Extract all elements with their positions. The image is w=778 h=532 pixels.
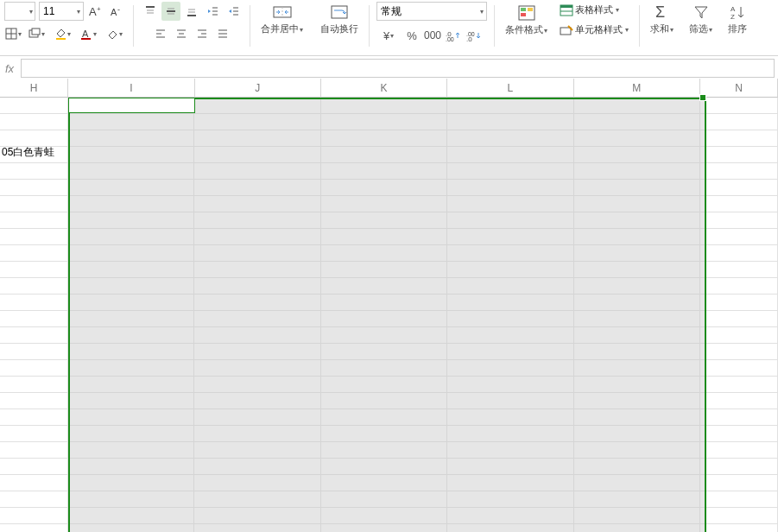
- grid-cell[interactable]: [321, 147, 448, 162]
- grid-cell[interactable]: [447, 98, 574, 113]
- grid-cell[interactable]: [68, 393, 195, 408]
- grid-cell[interactable]: [700, 475, 778, 491]
- grid-cell[interactable]: [321, 491, 448, 507]
- grid-row[interactable]: [0, 262, 778, 278]
- grid-cell[interactable]: [321, 442, 448, 458]
- grid-cell[interactable]: [194, 229, 321, 244]
- increase-decimal-button[interactable]: .0.00: [444, 26, 463, 45]
- grid-cell[interactable]: [194, 311, 321, 326]
- grid-cell[interactable]: [0, 442, 68, 458]
- grid-cell[interactable]: [447, 180, 574, 195]
- grid-row[interactable]: [0, 114, 778, 130]
- grid-cell[interactable]: [574, 377, 701, 392]
- percent-button[interactable]: %: [402, 26, 421, 45]
- grid-cell[interactable]: [447, 114, 574, 130]
- grid-cell[interactable]: [700, 508, 778, 523]
- merge-center-button[interactable]: 合并居中▾: [257, 2, 307, 37]
- font-size-input[interactable]: [40, 5, 74, 17]
- sum-button[interactable]: Σ 求和▾: [647, 2, 677, 37]
- grid-cell[interactable]: [447, 475, 574, 491]
- grid-row[interactable]: [0, 377, 778, 393]
- grid-row[interactable]: [0, 180, 778, 196]
- grid-cell[interactable]: [700, 491, 778, 507]
- grid-cell[interactable]: [447, 147, 574, 162]
- grid-cell[interactable]: [700, 147, 778, 162]
- grid-cell[interactable]: [574, 147, 701, 162]
- align-left-button[interactable]: [151, 24, 170, 43]
- grid-cell[interactable]: [574, 229, 701, 244]
- grid-cell[interactable]: [68, 442, 195, 458]
- grid-row[interactable]: [0, 508, 778, 524]
- grid-cell[interactable]: [447, 327, 574, 343]
- grid-cell[interactable]: [321, 459, 448, 474]
- grid-cell[interactable]: [68, 475, 195, 491]
- grid-cell[interactable]: [194, 245, 321, 261]
- grid-cell[interactable]: [700, 229, 778, 244]
- grid-cell[interactable]: [321, 278, 448, 294]
- col-header-j[interactable]: J: [195, 79, 321, 98]
- grid-cell[interactable]: [447, 196, 574, 212]
- grid-cell[interactable]: [574, 491, 701, 507]
- grid-cell[interactable]: [0, 196, 68, 212]
- grid-cell[interactable]: [321, 130, 448, 146]
- grid-row[interactable]: [0, 442, 778, 459]
- grid-cell[interactable]: [0, 278, 68, 294]
- grid-cell[interactable]: [574, 344, 701, 359]
- grid-cell[interactable]: [700, 294, 778, 310]
- sort-button[interactable]: AZ 排序: [724, 2, 750, 37]
- decrease-decimal-button[interactable]: .00.0: [465, 26, 484, 45]
- grid-row[interactable]: [0, 475, 778, 491]
- grid-cell[interactable]: [574, 508, 701, 523]
- grid-row[interactable]: [0, 409, 778, 426]
- grid-cell[interactable]: [68, 130, 195, 146]
- selection-handle[interactable]: [699, 94, 706, 101]
- align-middle-button[interactable]: [161, 2, 180, 21]
- spreadsheet-grid[interactable]: H I J K L M N 05白色青蛙: [0, 79, 778, 532]
- grid-cell[interactable]: [321, 212, 448, 228]
- grid-cell[interactable]: [700, 360, 778, 376]
- col-header-l[interactable]: L: [447, 79, 573, 98]
- grid-cell[interactable]: [574, 459, 701, 474]
- grid-cell[interactable]: [700, 344, 778, 359]
- grid-cell[interactable]: [447, 130, 574, 146]
- grid-cell[interactable]: [700, 327, 778, 343]
- grid-cell[interactable]: [194, 262, 321, 277]
- grid-cell[interactable]: [700, 278, 778, 294]
- cell-text[interactable]: 05白色青蛙: [0, 144, 54, 160]
- decrease-font-button[interactable]: A-: [106, 2, 125, 21]
- grid-cell[interactable]: [447, 442, 574, 458]
- grid-row[interactable]: [0, 459, 778, 475]
- grid-cell[interactable]: [700, 442, 778, 458]
- col-header-i[interactable]: I: [68, 79, 194, 98]
- grid-cell[interactable]: [194, 360, 321, 376]
- grid-cell[interactable]: [68, 294, 195, 310]
- grid-cell[interactable]: [574, 196, 701, 212]
- grid-cell[interactable]: [0, 245, 68, 261]
- grid-cell[interactable]: [574, 278, 701, 294]
- grid-cell[interactable]: [0, 426, 68, 441]
- grid-cell[interactable]: [194, 475, 321, 491]
- grid-cell[interactable]: [68, 344, 195, 359]
- grid-cell[interactable]: [0, 344, 68, 359]
- font-name-input[interactable]: [5, 5, 28, 17]
- grid-cell[interactable]: [0, 262, 68, 277]
- grid-cell[interactable]: [574, 524, 701, 532]
- grid-cell[interactable]: [194, 163, 321, 179]
- grid-cell[interactable]: [68, 377, 195, 392]
- grid-cell[interactable]: [447, 377, 574, 392]
- grid-cell[interactable]: [321, 98, 448, 113]
- grid-cell[interactable]: [574, 311, 701, 326]
- grid-cell[interactable]: [700, 524, 778, 532]
- grid-cell[interactable]: [700, 377, 778, 392]
- grid-cell[interactable]: [447, 508, 574, 523]
- grid-cell[interactable]: [700, 180, 778, 195]
- font-name-combo[interactable]: ▾: [4, 2, 35, 21]
- grid-cell[interactable]: [194, 409, 321, 425]
- comma-button[interactable]: 000: [423, 26, 442, 45]
- grid-cell[interactable]: [68, 212, 195, 228]
- clear-format-button[interactable]: ▾: [102, 24, 126, 43]
- grid-cell[interactable]: [0, 327, 68, 343]
- grid-cell[interactable]: [321, 163, 448, 179]
- grid-cell[interactable]: [68, 147, 195, 162]
- grid-cell[interactable]: [194, 491, 321, 507]
